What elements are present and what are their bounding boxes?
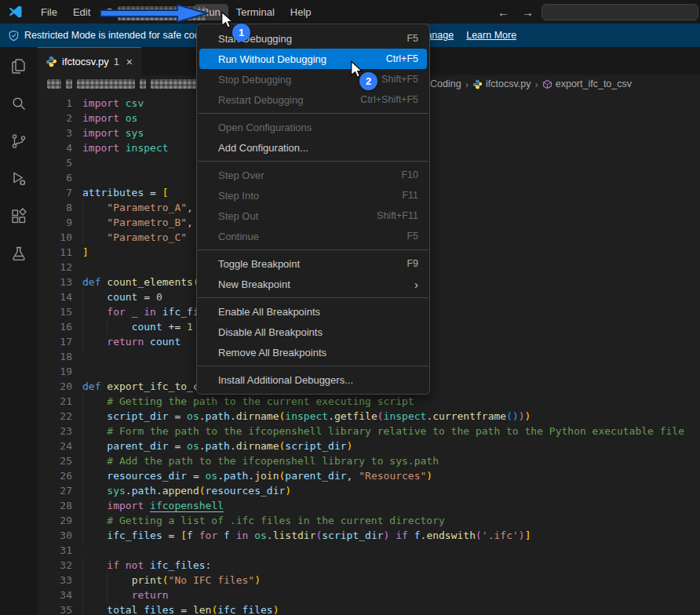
indent-guide — [82, 304, 83, 319]
menu-item-add-configuration[interactable]: Add Configuration... — [197, 137, 429, 158]
code-text: if not ifc_files: — [82, 558, 211, 573]
forward-arrow-icon[interactable]: → — [522, 5, 534, 19]
menu-item-run-without-debugging[interactable]: Run Without DebuggingCtrl+F5 — [199, 49, 427, 69]
line-number[interactable]: 18 — [38, 349, 72, 364]
activity-testing-button[interactable] — [0, 235, 38, 273]
code-text: count = 0 — [82, 289, 162, 304]
cursor-icon-2 — [350, 60, 364, 78]
line-number[interactable]: 20 — [38, 379, 72, 394]
line-number[interactable]: 12 — [38, 260, 72, 275]
activity-run-debug-button[interactable] — [0, 160, 38, 198]
code-line[interactable]: 25 # Add the path to the ifcopenshell li… — [38, 453, 700, 468]
code-line[interactable]: 29 # Getting a list of .ifc files in the… — [38, 513, 700, 528]
menubar-item-file[interactable]: File — [33, 4, 65, 20]
line-number[interactable]: 25 — [38, 453, 72, 468]
menu-item-label: Stop Debugging — [218, 74, 291, 86]
code-line[interactable]: 24 parent_dir = os.path.dirname(script_d… — [38, 439, 700, 453]
line-number[interactable]: 24 — [38, 439, 72, 453]
line-number[interactable]: 11 — [38, 245, 72, 260]
line-number[interactable]: 21 — [38, 394, 72, 409]
line-number[interactable]: 3 — [38, 126, 72, 140]
breadcrumb-item-coding[interactable]: Coding — [430, 78, 461, 89]
menubar-item-help[interactable]: Help — [283, 4, 319, 20]
code-line[interactable]: 26 resources_dir = os.path.join(parent_d… — [38, 468, 700, 483]
blur-block — [140, 79, 146, 89]
menu-item-enable-all-breakpoints[interactable]: Enable All Breakpoints — [197, 301, 429, 322]
code-line[interactable]: 33 print("No IFC files") — [38, 573, 700, 588]
code-line[interactable]: 32 if not ifc_files: — [38, 558, 700, 573]
menu-item-label: Disable All Breakpoints — [218, 326, 323, 338]
line-number[interactable]: 7 — [38, 185, 72, 200]
back-arrow-icon[interactable]: ← — [498, 5, 509, 19]
code-line[interactable]: 35 total_files = len(ifc_files) — [38, 602, 700, 615]
command-center-search[interactable] — [541, 4, 698, 20]
breadcrumb-item-export-ifc-to-csv[interactable]: export_ifc_to_csv — [542, 78, 632, 89]
tab-close-icon[interactable]: × — [126, 56, 133, 67]
line-number[interactable]: 35 — [38, 602, 72, 615]
code-line[interactable]: 34 return — [38, 588, 700, 602]
line-number[interactable]: 10 — [38, 230, 72, 245]
code-line[interactable]: 28 import ifcopenshell — [38, 498, 700, 513]
line-number[interactable]: 2 — [38, 111, 72, 126]
python-file-icon — [472, 79, 483, 89]
line-number[interactable]: 32 — [38, 558, 72, 573]
menu-item-shortcut: F11 — [402, 190, 418, 201]
nav-controls: ← → — [490, 5, 541, 19]
line-number[interactable]: 30 — [38, 528, 72, 543]
line-number[interactable]: 8 — [38, 200, 72, 215]
line-number[interactable]: 26 — [38, 468, 72, 483]
indent-guide — [82, 498, 83, 513]
line-number[interactable]: 33 — [38, 573, 72, 588]
activity-search-button[interactable] — [0, 85, 38, 122]
line-number[interactable]: 31 — [38, 543, 72, 558]
line-number[interactable]: 16 — [38, 319, 72, 334]
menu-item-disable-all-breakpoints[interactable]: Disable All Breakpoints — [197, 322, 429, 342]
line-number[interactable]: 29 — [38, 513, 72, 528]
menubar-item-terminal[interactable]: Terminal — [228, 4, 283, 20]
line-number[interactable]: 4 — [38, 140, 72, 155]
indent-guide — [107, 573, 108, 588]
code-line[interactable]: 30 ifc_files = [f for f in os.listdir(sc… — [38, 528, 700, 543]
learn-more-link[interactable]: Learn More — [466, 30, 516, 41]
menu-item-new-breakpoint[interactable]: New Breakpoint› — [197, 274, 429, 294]
activity-explorer-button[interactable] — [0, 47, 38, 85]
code-text: # Add the path to the ifcopenshell libra… — [82, 453, 439, 468]
line-number[interactable]: 28 — [38, 498, 72, 513]
line-number[interactable]: 5 — [38, 155, 72, 170]
menu-item-toggle-breakpoint[interactable]: Toggle BreakpointF9 — [197, 253, 429, 274]
indent-guide — [82, 215, 83, 230]
breadcrumb-item-ifctocsv-py[interactable]: ifctocsv.py — [472, 78, 530, 89]
code-line[interactable]: 27 sys.path.append(resources_dir) — [38, 483, 700, 498]
code-line[interactable]: 23 # Form the path to the ifcopenshell l… — [38, 424, 700, 439]
line-number[interactable]: 19 — [38, 364, 72, 379]
menu-item-install-additional-debuggers[interactable]: Install Additional Debuggers... — [197, 369, 429, 390]
code-text: resources_dir = os.path.join(parent_dir,… — [82, 468, 432, 483]
line-number[interactable]: 14 — [38, 289, 72, 304]
line-number[interactable]: 13 — [38, 275, 72, 289]
line-number[interactable]: 1 — [38, 96, 72, 111]
activity-source-control-button[interactable] — [0, 122, 38, 160]
menu-item-restart-debugging: Restart DebuggingCtrl+Shift+F5 — [197, 89, 429, 110]
line-number[interactable]: 15 — [38, 304, 72, 319]
line-number[interactable]: 23 — [38, 424, 72, 439]
line-number[interactable]: 22 — [38, 409, 72, 424]
line-number[interactable]: 17 — [38, 334, 72, 349]
line-number[interactable]: 9 — [38, 215, 72, 230]
line-number[interactable]: 34 — [38, 588, 72, 602]
activity-extensions-button[interactable] — [0, 198, 38, 235]
indent-guide — [82, 200, 83, 215]
menu-item-step-into: Step IntoF11 — [197, 185, 429, 206]
indent-guide — [82, 528, 83, 543]
menu-item-remove-all-breakpoints[interactable]: Remove All Breakpoints — [197, 342, 429, 362]
code-line[interactable]: 31 — [38, 543, 700, 558]
line-number[interactable]: 6 — [38, 170, 72, 185]
code-text: # Form the path to the ifcopenshell libr… — [82, 424, 684, 439]
code-text: # Getting the path to the current execut… — [82, 394, 414, 409]
indent-guide — [82, 289, 83, 304]
menubar-item-edit[interactable]: Edit — [65, 4, 98, 20]
code-line[interactable]: 22 script_dir = os.path.dirname(inspect.… — [38, 409, 700, 424]
tab-ifctocsv[interactable]: ifctocsv.py 1 × — [38, 47, 141, 75]
menu-item-label: Enable All Breakpoints — [218, 306, 320, 318]
code-line[interactable]: 21 # Getting the path to the current exe… — [38, 394, 700, 409]
line-number[interactable]: 27 — [38, 483, 72, 498]
